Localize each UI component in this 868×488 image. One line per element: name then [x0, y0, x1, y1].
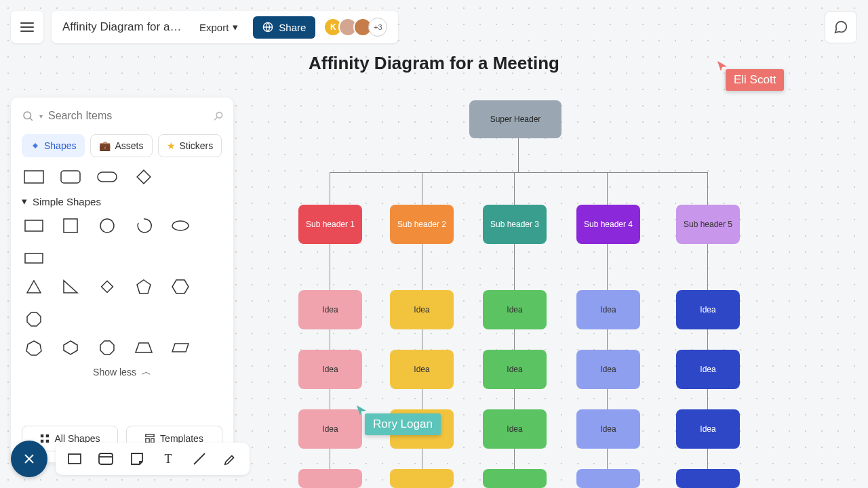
globe-icon [262, 22, 273, 33]
node-sub-header-1[interactable]: Sub header 1 [298, 205, 362, 244]
node-idea[interactable]: Idea [676, 350, 740, 389]
tab-shapes[interactable]: Shapes [22, 134, 85, 157]
shape-diamond-small[interactable] [95, 277, 119, 297]
shape-parallelogram[interactable] [168, 338, 193, 358]
node-sub-header-3[interactable]: Sub header 3 [483, 205, 547, 244]
svg-rect-34 [99, 453, 113, 464]
diagram-title[interactable]: Affinity Diagram for a Meeting [309, 53, 559, 74]
shape-hexagon-2[interactable] [58, 338, 83, 358]
cursor-label-eli: Eli Scott [726, 69, 784, 91]
node-idea[interactable]: Idea [576, 409, 640, 449]
tool-line[interactable] [190, 449, 209, 468]
export-button[interactable]: Export ▾ [193, 17, 245, 37]
tool-pen[interactable] [221, 449, 240, 468]
svg-marker-20 [64, 341, 77, 354]
svg-rect-6 [98, 172, 117, 182]
shape-pentagon[interactable] [132, 277, 156, 297]
share-button[interactable]: Share [253, 16, 315, 39]
node-idea[interactable] [298, 469, 362, 488]
node-idea[interactable] [390, 469, 454, 488]
shape-ellipse[interactable] [168, 216, 193, 236]
svg-marker-39 [357, 405, 366, 415]
shape-rounded-rect[interactable] [58, 167, 83, 187]
diamond-icon [31, 141, 40, 150]
menu-button[interactable] [11, 11, 43, 43]
svg-rect-4 [24, 171, 43, 183]
chevron-down-icon: ▾ [22, 195, 27, 207]
document-header-card: Affinity Diagram for a M... Export ▾ Sha… [52, 11, 398, 43]
shape-diamond[interactable] [132, 167, 156, 187]
svg-point-1 [24, 112, 31, 119]
share-label: Share [279, 22, 306, 33]
svg-rect-8 [25, 220, 43, 231]
search-dropdown-icon[interactable]: ▾ [39, 113, 43, 120]
node-idea[interactable]: Idea [390, 350, 454, 389]
shape-heptagon[interactable] [22, 338, 46, 358]
shape-trapezoid[interactable] [132, 338, 156, 358]
show-less-button[interactable]: Show less ︿ [22, 366, 222, 378]
node-idea[interactable] [483, 469, 547, 488]
section-simple-shapes[interactable]: ▾ Simple Shapes [22, 195, 222, 207]
node-sub-header-5[interactable]: Sub header 5 [676, 205, 740, 244]
svg-rect-25 [45, 434, 48, 437]
tab-assets-label: Assets [115, 140, 143, 151]
node-idea[interactable]: Idea [483, 290, 547, 329]
shape-arc[interactable] [132, 216, 156, 236]
node-idea[interactable]: Idea [483, 350, 547, 389]
shapes-panel: ▾ ⚲ Shapes 💼 Assets ★ Stickers ▾ Simple … [11, 98, 233, 462]
shape-right-triangle[interactable] [58, 277, 83, 297]
node-sub-header-2[interactable]: Sub header 2 [390, 205, 454, 244]
node-idea[interactable]: Idea [390, 290, 454, 329]
briefcase-icon: 💼 [99, 140, 111, 151]
tab-assets[interactable]: 💼 Assets [90, 134, 152, 157]
shape-rect-wide[interactable] [22, 216, 46, 236]
svg-point-10 [100, 219, 114, 232]
comment-icon [833, 20, 848, 35]
node-idea[interactable] [676, 469, 740, 488]
shape-octagon[interactable] [22, 309, 46, 329]
svg-marker-16 [137, 280, 151, 293]
tool-sticky[interactable] [127, 449, 146, 468]
connector [330, 172, 707, 173]
node-idea[interactable]: Idea [576, 350, 640, 389]
avatar-more[interactable]: +3 [368, 18, 387, 37]
hamburger-icon [20, 22, 34, 32]
svg-marker-23 [172, 344, 189, 352]
node-idea[interactable]: Idea [576, 290, 640, 329]
shape-circle[interactable] [95, 216, 119, 236]
shape-pill[interactable] [95, 167, 119, 187]
shape-hexagon[interactable] [168, 277, 193, 297]
svg-marker-17 [172, 280, 189, 293]
collaborator-avatars[interactable]: K +3 [323, 18, 387, 37]
node-idea[interactable] [576, 469, 640, 488]
shape-triangle[interactable] [22, 277, 46, 297]
close-panel-button[interactable] [11, 441, 47, 477]
node-idea[interactable]: Idea [298, 409, 362, 449]
svg-marker-18 [27, 312, 41, 326]
node-idea[interactable]: Idea [298, 290, 362, 329]
node-idea[interactable]: Idea [676, 290, 740, 329]
chevron-up-icon: ︿ [142, 366, 151, 378]
node-idea[interactable]: Idea [483, 409, 547, 449]
svg-text:T: T [165, 452, 172, 466]
shape-square[interactable] [58, 216, 83, 236]
tool-text[interactable]: T [159, 449, 178, 468]
node-super-header[interactable]: Super Header [469, 100, 561, 138]
shape-octagon-2[interactable] [95, 338, 119, 358]
shape-rect-thin[interactable] [22, 248, 46, 268]
node-sub-header-4[interactable]: Sub header 4 [576, 205, 640, 244]
document-title[interactable]: Affinity Diagram for a M... [62, 20, 184, 34]
search-input[interactable] [48, 110, 208, 122]
node-idea[interactable]: Idea [298, 350, 362, 389]
export-label: Export [199, 22, 229, 33]
tab-shapes-label: Shapes [44, 140, 76, 151]
svg-marker-19 [26, 341, 41, 355]
tab-stickers[interactable]: ★ Stickers [158, 134, 222, 157]
node-idea[interactable]: Idea [676, 409, 740, 449]
pin-icon[interactable]: ⚲ [210, 108, 226, 125]
shape-rect[interactable] [22, 167, 46, 187]
comment-button[interactable] [825, 11, 857, 43]
tool-card[interactable] [96, 449, 115, 468]
search-icon [22, 110, 34, 122]
tool-rectangle[interactable] [65, 449, 84, 468]
